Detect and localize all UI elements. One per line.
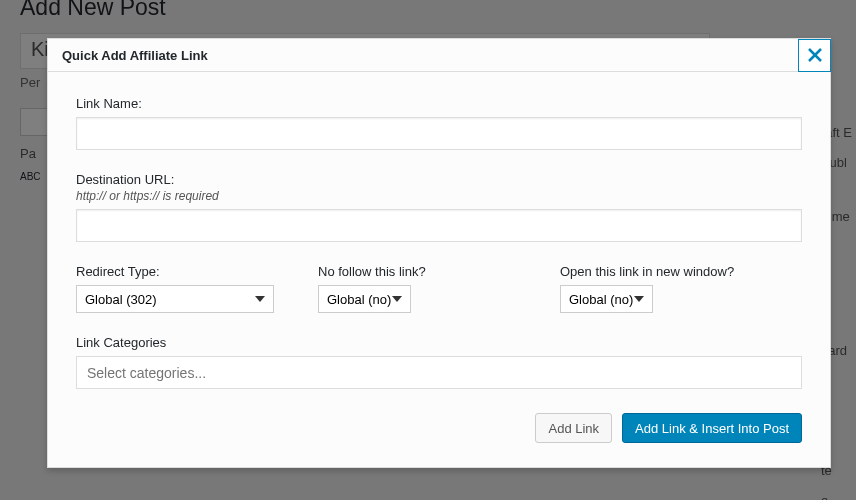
add-link-button[interactable]: Add Link — [535, 413, 612, 443]
nofollow-label: No follow this link? — [318, 264, 560, 279]
new-window-label: Open this link in new window? — [560, 264, 802, 279]
link-name-field: Link Name: — [76, 96, 802, 150]
add-link-insert-button[interactable]: Add Link & Insert Into Post — [622, 413, 802, 443]
redirect-type-value: Global (302) — [85, 292, 157, 307]
new-window-select[interactable]: Global (no) — [560, 285, 653, 313]
close-icon — [808, 48, 822, 62]
modal-title: Quick Add Affiliate Link — [62, 48, 208, 63]
link-categories-label: Link Categories — [76, 335, 802, 350]
close-button[interactable] — [798, 39, 831, 72]
redirect-type-select[interactable]: Global (302) — [76, 285, 274, 313]
nofollow-select[interactable]: Global (no) — [318, 285, 411, 313]
options-row: Redirect Type: Global (302) No follow th… — [76, 264, 802, 313]
destination-url-field: Destination URL: http:// or https:// is … — [76, 172, 802, 242]
link-categories-input[interactable] — [76, 356, 802, 389]
chevron-down-icon — [634, 296, 644, 302]
chevron-down-icon — [392, 296, 402, 302]
link-name-input[interactable] — [76, 117, 802, 150]
chevron-down-icon — [255, 296, 265, 302]
modal-footer: Add Link Add Link & Insert Into Post — [76, 413, 802, 443]
redirect-type-label: Redirect Type: — [76, 264, 318, 279]
new-window-value: Global (no) — [569, 292, 633, 307]
quick-add-affiliate-modal: Quick Add Affiliate Link Link Name: Dest… — [47, 38, 831, 468]
destination-url-hint: http:// or https:// is required — [76, 189, 802, 203]
nofollow-value: Global (no) — [327, 292, 391, 307]
destination-url-label: Destination URL: — [76, 172, 802, 187]
link-categories-field: Link Categories — [76, 335, 802, 389]
modal-header: Quick Add Affiliate Link — [48, 39, 830, 72]
destination-url-input[interactable] — [76, 209, 802, 242]
modal-body: Link Name: Destination URL: http:// or h… — [48, 72, 830, 467]
link-name-label: Link Name: — [76, 96, 802, 111]
